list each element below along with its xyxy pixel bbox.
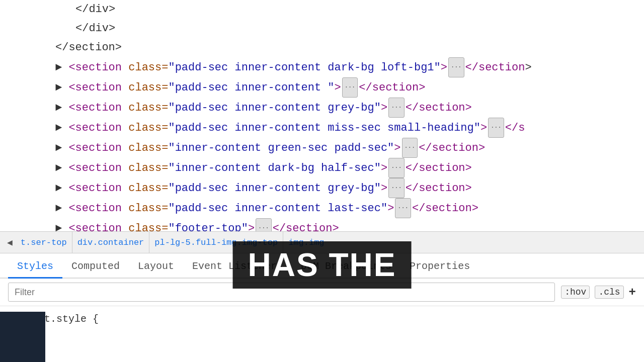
breadcrumb-item-3[interactable]: img.img bbox=[283, 232, 329, 253]
dom-line: ► <section class="padd-sec inner-content… bbox=[45, 198, 644, 218]
dom-line: ► <section class="padd-sec inner-content… bbox=[45, 57, 644, 77]
breadcrumb-back-arrow[interactable]: ◀ bbox=[4, 237, 16, 248]
dom-line: ► <section class="padd-sec inner-content… bbox=[45, 77, 644, 98]
tab-computed[interactable]: Computed bbox=[62, 260, 129, 279]
tab-event-listeners[interactable]: Event Listeners bbox=[183, 260, 292, 279]
dom-line: ► <section class="padd-sec inner-content… bbox=[45, 98, 644, 118]
filter-bar: :hov .cls + bbox=[0, 279, 644, 306]
dom-inspector: </div></div></section>► <section class="… bbox=[0, 0, 644, 231]
dom-line: ► <section class="inner-content green-se… bbox=[45, 138, 644, 158]
dom-line: ► <section class="padd-sec inner-content… bbox=[45, 178, 644, 198]
filter-actions: :hov .cls + bbox=[561, 286, 636, 299]
dom-line: ► <section class="footer-top">···</secti… bbox=[45, 218, 644, 231]
css-panel: element.style { } bbox=[0, 306, 644, 348]
left-edge-panel bbox=[0, 312, 45, 362]
tab-properties[interactable]: Properties bbox=[400, 260, 479, 279]
css-selector-line: element.style { bbox=[8, 311, 636, 327]
devtools-tab-bar: Styles Computed Layout Event Listeners D… bbox=[0, 253, 644, 279]
hov-button[interactable]: :hov bbox=[561, 286, 590, 299]
dom-line: ► <section class="inner-content dark-bg … bbox=[45, 158, 644, 178]
breadcrumb-item-1[interactable]: div.container bbox=[72, 232, 150, 253]
dom-line: </div> bbox=[45, 19, 644, 38]
css-closing-line: } bbox=[8, 327, 636, 343]
breadcrumb-bar: ◀ t.ser-top div.container pl-lg-5.full-i… bbox=[0, 231, 644, 253]
tab-dom-breakpoints[interactable]: DOM Breakpoints bbox=[292, 260, 400, 279]
filter-input[interactable] bbox=[8, 283, 555, 302]
tab-layout[interactable]: Layout bbox=[129, 260, 183, 279]
tab-styles[interactable]: Styles bbox=[8, 260, 62, 279]
dom-line: </section> bbox=[45, 38, 644, 57]
dom-line: ► <section class="padd-sec inner-content… bbox=[45, 118, 644, 138]
dom-line: </div> bbox=[45, 0, 644, 19]
breadcrumb-item-2[interactable]: pl-lg-5.full-img.img-top bbox=[149, 232, 283, 253]
cls-button[interactable]: .cls bbox=[595, 286, 623, 299]
add-style-button[interactable]: + bbox=[629, 286, 636, 299]
breadcrumb-item-0[interactable]: t.ser-top bbox=[16, 232, 72, 253]
